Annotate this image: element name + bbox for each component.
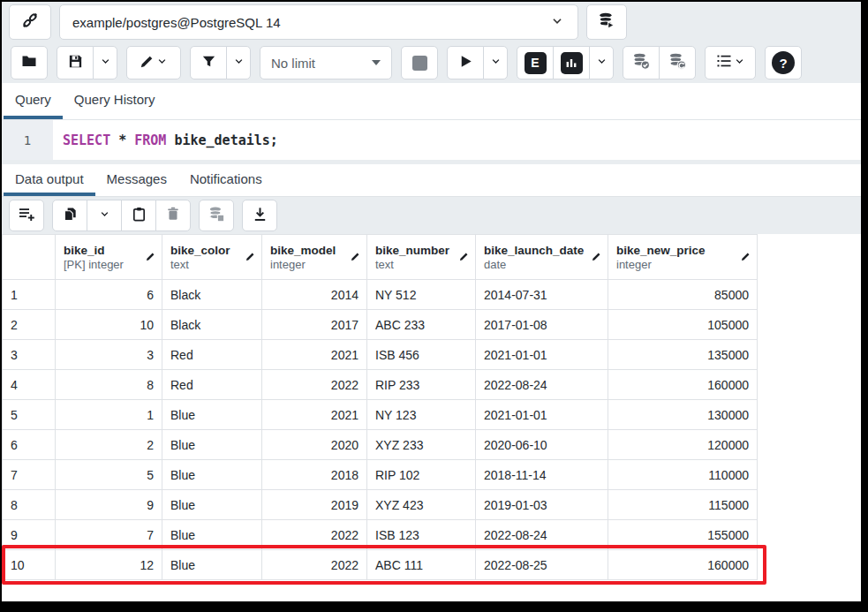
column-edit-icon[interactable] <box>245 251 256 265</box>
grid-cell-bike_model[interactable]: 2017 <box>262 310 367 340</box>
explain-analyze-button[interactable] <box>553 46 590 79</box>
sql-editor[interactable]: 1 SELECT * FROM bike_details; <box>2 120 861 160</box>
sql-line[interactable]: SELECT * FROM bike_details; <box>53 120 278 160</box>
grid-cell-bike_id[interactable]: 6 <box>56 280 162 310</box>
macros-button[interactable] <box>705 46 756 79</box>
row-limit-select[interactable]: No limit <box>260 46 392 79</box>
grid-cell-bike_color[interactable]: Black <box>162 280 262 310</box>
save-menu-button[interactable] <box>93 46 117 79</box>
grid-cell-bike_launch_date[interactable]: 2021-01-01 <box>476 340 608 370</box>
column-header-bike_color[interactable]: bike_colortext <box>162 234 262 280</box>
execute-button[interactable] <box>447 46 484 79</box>
open-file-button[interactable] <box>11 46 48 79</box>
grid-corner-cell[interactable] <box>3 234 56 280</box>
copy-menu-button[interactable] <box>87 200 122 231</box>
grid-cell-bike_color[interactable]: Red <box>162 370 262 400</box>
grid-cell-bike_model[interactable]: 2022 <box>262 370 367 400</box>
row-number-cell[interactable]: 4 <box>3 370 56 400</box>
grid-cell-bike_launch_date[interactable]: 2022-08-24 <box>476 520 608 550</box>
column-edit-icon[interactable] <box>591 251 602 265</box>
save-button[interactable] <box>57 46 94 79</box>
delete-row-button[interactable] <box>155 200 191 231</box>
grid-cell-bike_color[interactable]: Blue <box>162 400 262 430</box>
grid-cell-bike_id[interactable]: 3 <box>56 340 162 370</box>
grid-cell-bike_number[interactable]: XYZ 423 <box>367 490 476 520</box>
column-edit-icon[interactable] <box>458 251 470 265</box>
grid-cell-bike_id[interactable]: 2 <box>56 430 162 460</box>
filter-menu-button[interactable] <box>226 46 251 79</box>
grid-cell-bike_number[interactable]: RIP 102 <box>367 460 476 490</box>
grid-cell-bike_color[interactable]: Blue <box>162 550 262 580</box>
grid-cell-bike_id[interactable]: 5 <box>56 460 162 490</box>
grid-cell-bike_model[interactable]: 2019 <box>262 490 367 520</box>
grid-cell-bike_color[interactable]: Blue <box>162 490 262 520</box>
grid-cell-bike_new_price[interactable]: 85000 <box>608 280 758 310</box>
column-header-bike_launch_date[interactable]: bike_launch_datedate <box>476 234 608 280</box>
tab-query-history[interactable]: Query History <box>63 83 167 119</box>
grid-cell-bike_new_price[interactable]: 110000 <box>608 460 758 490</box>
row-number-cell[interactable]: 2 <box>3 310 56 340</box>
row-number-cell[interactable]: 10 <box>3 550 56 580</box>
row-number-cell[interactable]: 8 <box>3 490 56 520</box>
grid-cell-bike_launch_date[interactable]: 2019-01-03 <box>476 490 608 520</box>
help-button[interactable]: ? <box>765 46 802 79</box>
grid-cell-bike_model[interactable]: 2014 <box>262 280 367 310</box>
tab-notifications[interactable]: Notifications <box>178 164 274 196</box>
grid-cell-bike_color[interactable]: Blue <box>162 520 262 550</box>
grid-cell-bike_model[interactable]: 2021 <box>262 400 367 430</box>
grid-cell-bike_number[interactable]: NY 512 <box>367 280 476 310</box>
grid-cell-bike_launch_date[interactable]: 2020-06-10 <box>476 430 608 460</box>
column-edit-icon[interactable] <box>145 251 156 265</box>
grid-cell-bike_new_price[interactable]: 120000 <box>608 430 758 460</box>
row-number-cell[interactable]: 7 <box>3 460 56 490</box>
grid-cell-bike_number[interactable]: XYZ 233 <box>367 430 476 460</box>
row-number-cell[interactable]: 3 <box>3 340 56 370</box>
download-button[interactable] <box>242 200 277 231</box>
cancel-query-button[interactable] <box>401 46 438 79</box>
grid-cell-bike_new_price[interactable]: 130000 <box>608 400 758 430</box>
grid-cell-bike_model[interactable]: 2022 <box>262 550 367 580</box>
grid-cell-bike_new_price[interactable]: 155000 <box>608 520 758 550</box>
grid-cell-bike_color[interactable]: Blue <box>162 460 262 490</box>
paste-button[interactable] <box>121 200 156 231</box>
grid-cell-bike_new_price[interactable]: 160000 <box>608 370 758 400</box>
grid-cell-bike_number[interactable]: ABC 111 <box>367 550 476 580</box>
grid-cell-bike_launch_date[interactable]: 2018-11-14 <box>476 460 608 490</box>
save-data-button[interactable] <box>199 200 234 231</box>
column-edit-icon[interactable] <box>740 251 751 265</box>
execute-menu-button[interactable] <box>483 46 508 79</box>
grid-cell-bike_model[interactable]: 2021 <box>262 340 367 370</box>
grid-cell-bike_new_price[interactable]: 160000 <box>608 550 758 580</box>
commit-button[interactable] <box>623 46 660 79</box>
row-number-cell[interactable]: 1 <box>3 280 56 310</box>
grid-cell-bike_new_price[interactable]: 135000 <box>608 340 758 370</box>
connection-status-button[interactable] <box>9 4 51 40</box>
grid-cell-bike_color[interactable]: Black <box>162 310 262 340</box>
grid-cell-bike_new_price[interactable]: 115000 <box>608 490 758 520</box>
explain-button[interactable]: E <box>517 46 554 79</box>
row-number-cell[interactable]: 6 <box>3 430 56 460</box>
tab-messages[interactable]: Messages <box>95 164 178 196</box>
column-header-bike_model[interactable]: bike_modelinteger <box>262 234 367 280</box>
grid-cell-bike_model[interactable]: 2022 <box>262 520 367 550</box>
grid-cell-bike_launch_date[interactable]: 2017-01-08 <box>476 310 608 340</box>
column-header-bike_new_price[interactable]: bike_new_priceinteger <box>608 234 758 280</box>
grid-cell-bike_number[interactable]: NY 123 <box>367 400 476 430</box>
add-row-button[interactable] <box>9 200 44 231</box>
grid-cell-bike_model[interactable]: 2018 <box>262 460 367 490</box>
grid-cell-bike_number[interactable]: ABC 233 <box>367 310 476 340</box>
grid-cell-bike_launch_date[interactable]: 2022-08-25 <box>476 550 608 580</box>
grid-cell-bike_id[interactable]: 9 <box>56 490 162 520</box>
grid-cell-bike_color[interactable]: Blue <box>162 430 262 460</box>
column-header-bike_number[interactable]: bike_numbertext <box>367 234 476 280</box>
grid-cell-bike_color[interactable]: Red <box>162 340 262 370</box>
grid-cell-bike_id[interactable]: 1 <box>56 400 162 430</box>
grid-cell-bike_new_price[interactable]: 105000 <box>608 310 758 340</box>
tab-query[interactable]: Query <box>4 83 63 119</box>
connection-select[interactable]: example/postgres@PostgreSQL 14 <box>59 4 578 40</box>
grid-cell-bike_launch_date[interactable]: 2014-07-31 <box>476 280 608 310</box>
grid-cell-bike_number[interactable]: ISB 123 <box>367 520 476 550</box>
grid-cell-bike_number[interactable]: RIP 233 <box>367 370 476 400</box>
grid-cell-bike_launch_date[interactable]: 2022-08-24 <box>476 370 608 400</box>
row-number-cell[interactable]: 5 <box>3 400 56 430</box>
